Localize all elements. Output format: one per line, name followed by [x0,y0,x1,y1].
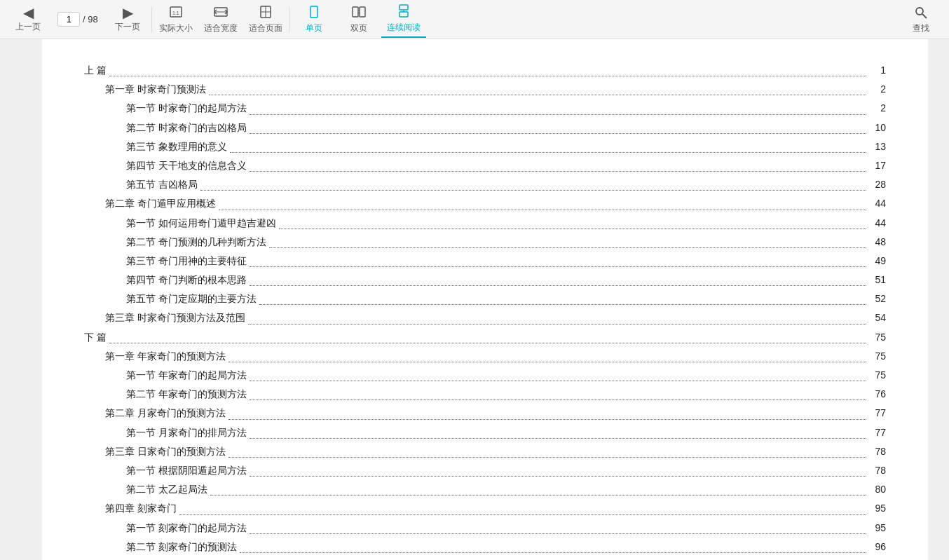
svg-rect-9 [360,7,365,17]
toc-item-text: 第四节 奇门判断的根本思路 [126,271,247,289]
toc-item-text: 第三章 时家奇门预测方法及范围 [105,309,245,327]
toc-item[interactable]: 第一章 时家奇门预测法2 [84,81,886,98]
toc-page-number: 75 [869,348,886,365]
toc-item[interactable]: 第一节 月家奇门的排局方法77 [84,424,886,442]
svg-line-14 [922,14,927,18]
toc-item[interactable]: 第四节 奇门判断的根本思路51 [84,271,886,289]
toc-page-number: 49 [869,252,886,270]
continuous-icon [396,4,411,20]
toc-item[interactable]: 第一章 年家奇门的预测方法75 [84,348,886,365]
toc-item-text: 第三章 日家奇门的预测方法 [105,443,226,460]
toc-item[interactable]: 第二节 奇门预测的几种判断方法48 [84,233,886,251]
search-button[interactable]: 查找 [899,2,943,37]
toc-dots [250,381,866,381]
single-page-button[interactable]: 单页 [292,2,336,37]
continuous-label: 连续阅读 [387,22,421,34]
actual-size-icon: 1:1 [168,5,184,21]
toc-dots [209,95,866,95]
double-page-button[interactable]: 双页 [336,2,381,37]
toc-dots [228,419,866,420]
toc-page-number: 1 [869,62,886,79]
toc-item[interactable]: 第三节 象数理用的意义13 [84,138,886,156]
toc-item[interactable]: 第二节 刻家奇门的预测法96 [84,538,886,556]
toc-item[interactable]: 第四节 天干地支的信息含义17 [84,157,886,175]
toc-item[interactable]: 第一节 根据阴阳遁起局方法78 [84,462,886,479]
right-panel [928,39,949,560]
toc-item[interactable]: 第二章 奇门遁甲应用概述44 [84,195,886,212]
toc-item[interactable]: 第三节 奇门用神的主要特征49 [84,252,886,270]
toc-item-text: 下 篇 [84,329,107,346]
toc-item[interactable]: 第三章 时家奇门预测方法及范围54 [84,309,886,327]
toc-item[interactable]: 第二节 年家奇门的预测方法76 [84,385,886,403]
toc-item[interactable]: 第五节 奇门定应期的主要方法52 [84,290,886,308]
toc-item-text: 第二章 月家奇门的预测方法 [105,404,226,422]
toc-item[interactable]: 第四章 刻家奇门95 [84,500,886,517]
toc-item[interactable]: 第五节 吉凶格局28 [84,176,886,193]
toc-dots [179,514,866,515]
next-button[interactable]: ▶ 下一页 [105,3,150,36]
toc-item[interactable]: 第一节 年家奇门的起局方法75 [84,367,886,384]
toc-item[interactable]: 第二节 时家奇门的吉凶格局10 [84,119,886,137]
toc-item[interactable]: 第二章 月家奇门的预测方法77 [84,404,886,422]
toc-item-text: 第一节 年家奇门的起局方法 [126,367,247,384]
toc-item-text: 第四章 刻家奇门 [105,500,177,517]
toc-page-number: 28 [869,176,886,193]
double-page-icon [351,5,367,21]
fit-width-icon [213,5,228,21]
fit-page-label: 适合页面 [249,22,282,34]
toc-item[interactable]: 第一节 时家奇门的起局方法2 [84,100,886,117]
toc-item-text: 第二节 太乙起局法 [126,481,207,498]
toc-dots [250,476,866,477]
toc-item-text: 第一章 时家奇门预测法 [105,81,206,98]
page-input[interactable] [57,12,80,27]
svg-text:1:1: 1:1 [172,11,179,15]
toc-item-text: 第一章 年家奇门的预测方法 [105,348,226,365]
toc-item-text: 第一节 如何运用奇门遁甲趋吉避凶 [126,214,276,232]
fit-page-button[interactable]: 适合页面 [243,2,288,37]
toc-item-text: 第四节 天干地支的信息含义 [126,157,247,175]
toc-item[interactable]: 下 篇75 [84,329,886,346]
svg-rect-10 [400,5,408,10]
total-pages: 98 [88,14,97,25]
toc-item[interactable]: 第二节 太乙起局法80 [84,481,886,498]
toc-dots [200,190,866,191]
toc-page-number: 75 [869,329,886,346]
actual-size-button[interactable]: 1:1 实际大小 [153,2,198,37]
page-content[interactable]: 上 篇1第一章 时家奇门预测法2第一节 时家奇门的起局方法2第二节 时家奇门的吉… [42,39,928,560]
toc-page-number: 10 [869,119,886,137]
toc-item-text: 第一节 月家奇门的排局方法 [126,424,247,442]
toc-page-number: 95 [869,500,886,517]
toc-item-text: 第五节 吉凶格局 [126,176,198,193]
toc-page-number: 17 [869,157,886,175]
next-icon: ▶ [123,6,133,20]
svg-rect-11 [400,12,408,17]
toc-dots [228,457,866,458]
prev-button[interactable]: ◀ 上一页 [6,3,50,36]
toc-item[interactable]: 第一节 刻家奇门的起局方法95 [84,519,886,537]
page-indicator: / 98 [53,12,102,27]
toc-item[interactable]: 上 篇1 [84,62,886,79]
toc-page-number: 13 [869,138,886,156]
toc-dots [250,533,866,534]
toc-page-number: 78 [869,443,886,460]
toc-dots [250,171,866,172]
toc-dots [109,343,866,343]
toc-page-number: 2 [869,100,886,117]
svg-rect-7 [310,6,318,18]
single-page-icon [306,5,322,21]
next-label: 下一页 [115,21,140,33]
toc-dots [230,152,866,153]
main-area: 上 篇1第一章 时家奇门预测法2第一节 时家奇门的起局方法2第二节 时家奇门的吉… [0,39,949,560]
toc-item[interactable]: 第三章 日家奇门的预测方法78 [84,443,886,460]
toc-item[interactable]: 第一节 如何运用奇门遁甲趋吉避凶44 [84,214,886,232]
toc-dots [219,210,866,210]
toc-dots [250,399,866,400]
svg-rect-8 [353,7,358,17]
svg-point-13 [916,8,923,15]
toc-page-number: 2 [869,81,886,98]
continuous-button[interactable]: 连续阅读 [381,1,426,38]
fit-width-button[interactable]: 适合宽度 [198,2,243,37]
left-panel [0,39,42,560]
toc-dots [228,362,866,362]
toc-item-text: 第二节 奇门预测的几种判断方法 [126,233,266,251]
